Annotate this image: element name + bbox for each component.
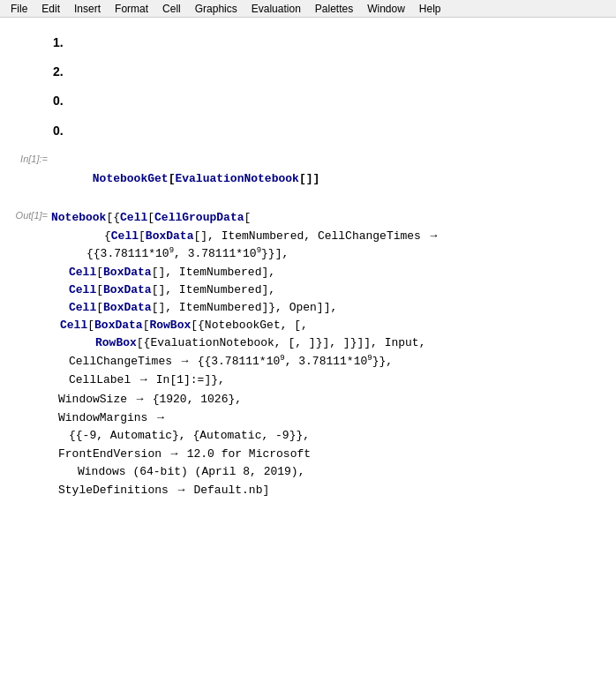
output-line-1: Notebook[{Cell[CellGroupData[ bbox=[51, 209, 616, 227]
output-line-2: {Cell[BoxData[], ItemNumbered, CellChang… bbox=[86, 227, 616, 245]
numbered-items-section: 1. 2. 0. 0. bbox=[0, 25, 616, 146]
output-line-5: Cell[BoxData[], ItemNumbered], bbox=[51, 281, 616, 299]
output-line-14: FrontEndVersion → 12.0 for Microsoft bbox=[51, 445, 616, 463]
output-label: Out[1]= bbox=[4, 209, 51, 221]
output-line-4: Cell[BoxData[], ItemNumbered], bbox=[51, 264, 616, 281]
menu-insert[interactable]: Insert bbox=[67, 2, 108, 16]
menu-palettes[interactable]: Palettes bbox=[308, 2, 360, 16]
menu-evaluation[interactable]: Evaluation bbox=[244, 2, 308, 16]
menu-file[interactable]: File bbox=[4, 2, 34, 16]
output-cell-row: Out[1]= Notebook[{Cell[CellGroupData[ {C… bbox=[0, 209, 616, 499]
output-line-12: WindowMargins → bbox=[51, 409, 616, 427]
menu-graphics[interactable]: Graphics bbox=[188, 2, 244, 16]
numbered-item-3: 0. bbox=[53, 86, 616, 116]
output-line-10: CellLabel → In[1]:=]}, bbox=[51, 371, 616, 389]
menu-window[interactable]: Window bbox=[360, 2, 412, 16]
output-line-16: StyleDefinitions → Default.nb] bbox=[51, 481, 616, 499]
menu-edit[interactable]: Edit bbox=[34, 2, 67, 16]
output-line-6: Cell[BoxData[], ItemNumbered]}, Open]], bbox=[51, 299, 616, 317]
output-line-11: WindowSize → {1920, 1026}, bbox=[51, 390, 616, 409]
output-line-3: {{3.78111*109, 3.78111*109}}], bbox=[51, 245, 616, 263]
output-line-8: RowBox[{EvaluationNotebook, [, ]}], ]}]]… bbox=[51, 334, 616, 352]
menubar: File Edit Insert Format Cell Graphics Ev… bbox=[0, 0, 616, 18]
output-line-13: {{-9, Automatic}, {Automatic, -9}}, bbox=[51, 427, 616, 445]
output-cell-content: Notebook[{Cell[CellGroupData[ {Cell[BoxD… bbox=[51, 209, 616, 499]
menu-help[interactable]: Help bbox=[412, 2, 448, 16]
notebook-content: 1. 2. 0. 0. In[1]:= NotebookGet[Evaluati… bbox=[0, 18, 616, 510]
output-line-7: Cell[BoxData[RowBox[{NotebookGet, [, bbox=[51, 317, 616, 334]
numbered-item-1: 1. bbox=[53, 28, 616, 57]
menu-format[interactable]: Format bbox=[108, 2, 155, 16]
output-line-15: Windows (64‑bit) (April 8, 2019), bbox=[51, 463, 616, 481]
menu-cell[interactable]: Cell bbox=[155, 2, 188, 16]
output-line-9: CellChangeTimes → {{3.78111*109, 3.78111… bbox=[51, 352, 616, 371]
input-cell-content[interactable]: NotebookGet[EvaluationNotebook[]] bbox=[51, 153, 616, 206]
input-label: In[1]:= bbox=[4, 153, 51, 164]
input-cell-row: In[1]:= NotebookGet[EvaluationNotebook[]… bbox=[0, 153, 616, 206]
numbered-item-2: 2. bbox=[53, 57, 616, 86]
numbered-item-4: 0. bbox=[53, 116, 616, 146]
